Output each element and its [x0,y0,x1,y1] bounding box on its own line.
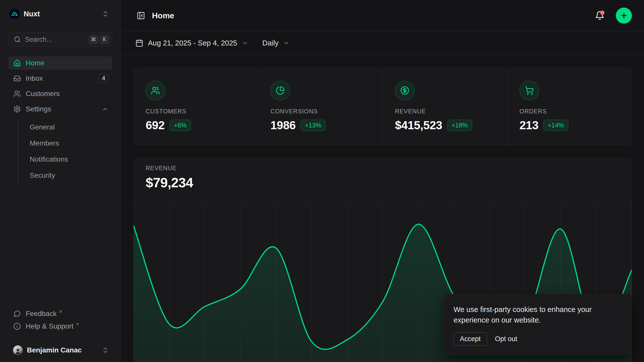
stat-value: $415,523 [395,118,442,132]
main-area: Home Aug 21, 2025 - Sep 4, 2025 Daily [121,0,644,362]
sidebar-item-general[interactable]: General [30,122,112,132]
search-bar[interactable]: ⌘ K [8,32,112,47]
stat-revenue[interactable]: REVENUE $415,523 +18% [383,68,507,145]
calendar-icon [135,39,143,47]
chevrons-up-down-icon [102,347,109,354]
help-support-link[interactable]: Help & Support [8,320,112,333]
frequency-value: Daily [262,39,278,47]
sidebar-item-inbox[interactable]: Inbox 4 [8,72,112,85]
team-name: Nuxt [24,10,102,18]
notifications-button[interactable] [594,10,605,21]
user-section: Benjamin Canac [0,339,120,362]
circle-dollar-icon [395,81,415,100]
stats-card: CUSTOMERS 692 +6% CONVERSIONS 1986 +13% [133,68,632,145]
home-icon [13,59,21,67]
feedback-link[interactable]: Feedback [8,307,112,320]
chevrons-up-down-icon [102,10,109,17]
stat-orders[interactable]: ORDERS 213 +14% [507,68,632,145]
cookie-optout-button[interactable]: Opt out [493,333,520,345]
stat-label: CUSTOMERS [146,108,246,115]
filters-toolbar: Aug 21, 2025 - Sep 4, 2025 Daily [121,31,644,55]
stat-label: REVENUE [395,108,495,115]
sidebar-collapse-button[interactable] [135,10,146,21]
notification-dot [600,11,605,15]
add-button[interactable] [616,8,632,24]
stat-value: 1986 [270,118,296,132]
sidebar: Nuxt ⌘ K Home Inbox 4 [0,0,121,362]
stat-delta-badge: +13% [301,120,326,131]
stat-customers[interactable]: CUSTOMERS 692 +6% [134,68,258,145]
avatar [13,345,23,355]
nuxt-logo-icon [10,9,20,19]
sidebar-item-customers[interactable]: Customers [8,87,112,100]
cookie-accept-button[interactable]: Accept [454,332,487,346]
inbox-icon [13,75,21,82]
sidebar-item-home[interactable]: Home [8,56,112,70]
settings-subnav: General Members Notifications Security [18,119,112,184]
external-link-icon [58,309,63,314]
revenue-chart-header: REVENUE $79,234 [134,158,632,203]
sidebar-footer-links: Feedback Help & Support [8,307,112,339]
chevron-down-icon [242,40,248,46]
plus-icon [620,12,628,20]
page-title: Home [152,11,594,20]
cookie-banner: We use first-party cookies to enhance yo… [444,294,632,355]
external-link-icon [75,322,79,327]
stat-value: 692 [146,118,165,132]
stat-delta-badge: +14% [543,120,568,131]
revenue-chart-total: $79,234 [146,175,620,190]
date-range-value: Aug 21, 2025 - Sep 4, 2025 [148,39,237,47]
users-icon [13,90,21,98]
frequency-select[interactable]: Daily [262,39,290,47]
message-circle-icon [13,310,21,318]
page-header: Home [121,0,644,31]
kbd-command: ⌘ [89,35,98,44]
shopping-cart-icon [519,81,539,100]
stat-conversions[interactable]: CONVERSIONS 1986 +13% [258,68,383,145]
date-range-picker[interactable]: Aug 21, 2025 - Sep 4, 2025 [135,39,248,47]
team-switcher[interactable]: Nuxt [8,6,112,22]
users-icon [146,81,165,100]
user-name: Benjamin Canac [27,346,102,354]
user-menu[interactable]: Benjamin Canac [8,343,112,357]
stat-label: CONVERSIONS [270,108,371,115]
stat-value: 213 [519,118,538,132]
search-input[interactable] [25,36,87,43]
sidebar-item-security[interactable]: Security [30,170,112,180]
sidebar-nav: Home Inbox 4 Customers Settings Ge [8,56,112,185]
inbox-count-badge: 4 [99,74,108,83]
stat-delta-badge: +6% [170,120,191,131]
revenue-chart-label: REVENUE [146,165,620,172]
stat-label: ORDERS [519,108,620,115]
sidebar-item-settings[interactable]: Settings [8,102,112,116]
cookie-message: We use first-party cookies to enhance yo… [454,304,622,325]
info-circle-icon [13,323,21,330]
stat-delta-badge: +18% [447,120,472,131]
pie-chart-icon [270,81,290,100]
gear-icon [13,105,21,113]
chevron-up-icon [102,106,108,112]
search-icon [14,36,21,43]
sidebar-item-notifications[interactable]: Notifications [30,154,112,164]
sidebar-spacer [8,185,112,307]
kbd-k: K [100,35,109,44]
chevron-down-icon [283,40,290,46]
sidebar-item-members[interactable]: Members [30,138,112,148]
